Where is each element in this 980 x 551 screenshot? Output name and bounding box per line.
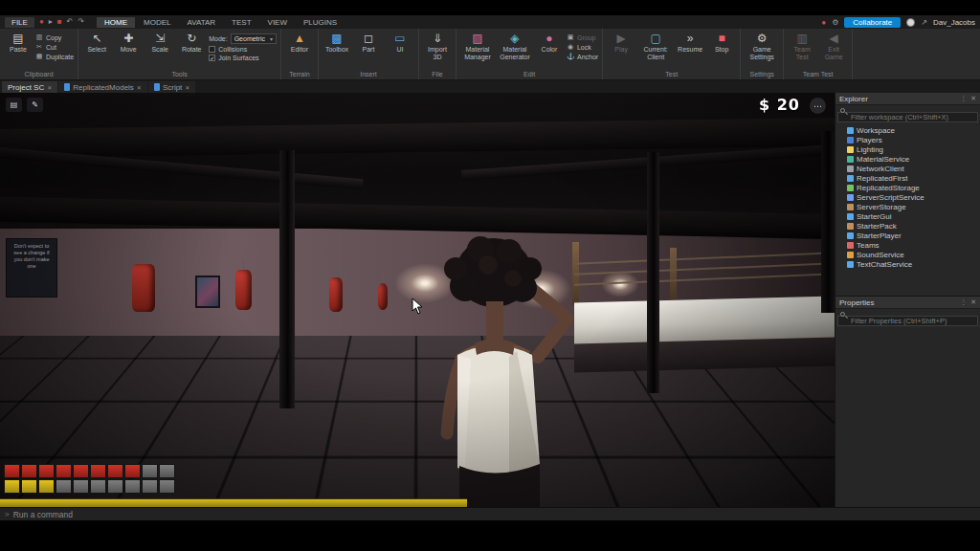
close-icon[interactable]: ✕	[185, 84, 189, 91]
terrain-editor-button[interactable]: ▲ Editor	[285, 31, 314, 54]
explorer-item-Teams[interactable]: Teams	[835, 240, 980, 250]
explorer-item-StarterGui[interactable]: StarterGui	[835, 211, 980, 221]
cut-button[interactable]: ✂ Cut	[35, 43, 74, 51]
explorer-item-StarterPlayer[interactable]: StarterPlayer	[835, 231, 980, 240]
redo-icon[interactable]: ↷	[78, 18, 84, 26]
file-menu-button[interactable]: FILE	[5, 17, 34, 28]
settings-icon[interactable]: ⚙	[832, 18, 838, 27]
hud-edit-icon[interactable]: ✎	[27, 98, 43, 112]
hud-slot[interactable]	[107, 479, 123, 494]
hud-slot[interactable]	[73, 479, 89, 494]
explorer-item-ReplicatedStorage[interactable]: ReplicatedStorage	[835, 183, 980, 192]
properties-filter-input[interactable]	[837, 316, 978, 326]
hud-slot[interactable]	[159, 479, 175, 494]
doc-tab-script[interactable]: Script ✕	[148, 81, 195, 93]
hud-slot[interactable]	[56, 464, 72, 478]
play-button[interactable]: ▶ Play	[607, 31, 635, 54]
tab-model[interactable]: MODEL	[136, 17, 178, 28]
duplicate-button[interactable]: ▦ Duplicate	[35, 53, 74, 60]
material-generator-button[interactable]: ◈ Material Generator	[498, 31, 532, 61]
anchor-button[interactable]: ⚓ Anchor	[567, 53, 598, 60]
stop-quick-icon[interactable]: ■	[57, 18, 62, 26]
alert-icon[interactable]: ●	[821, 18, 826, 27]
hud-menu-icon[interactable]: ▤	[6, 98, 22, 112]
hud-slot[interactable]	[38, 464, 55, 478]
hud-slot[interactable]	[21, 479, 37, 494]
copy-button[interactable]: ▥ Copy	[35, 33, 74, 41]
hud-slot[interactable]	[107, 464, 123, 478]
explorer-item-Players[interactable]: Players	[835, 135, 980, 144]
close-icon[interactable]: ✕	[47, 84, 52, 91]
hud-slot[interactable]	[21, 464, 37, 478]
panel-menu-icon[interactable]: ⋮	[960, 298, 967, 306]
color-button[interactable]: ● Color	[535, 31, 564, 54]
tab-avatar[interactable]: AVATAR	[179, 17, 223, 28]
hud-slot[interactable]	[124, 464, 141, 478]
collisions-checkbox-box[interactable]	[209, 46, 215, 53]
explorer-item-ServerScriptService[interactable]: ServerScriptService	[835, 192, 980, 202]
explorer-item-Workspace[interactable]: Workspace	[835, 125, 980, 135]
explorer-item-ServerStorage[interactable]: ServerStorage	[835, 202, 980, 211]
rotate-button[interactable]: ↻ Rotate	[177, 31, 206, 54]
record-icon[interactable]: ●	[39, 18, 44, 26]
panel-menu-icon[interactable]: ⋮	[960, 95, 967, 102]
join-surfaces-checkbox-box[interactable]: ✓	[209, 55, 215, 61]
close-icon[interactable]: ✕	[137, 84, 142, 91]
material-manager-button[interactable]: ▨ Material Manager	[460, 31, 495, 61]
group-button[interactable]: ▣ Group	[567, 33, 598, 41]
hud-slot[interactable]	[73, 464, 89, 478]
lock-button[interactable]: ◉ Lock	[567, 43, 598, 51]
tab-home[interactable]: HOME	[97, 17, 135, 28]
scale-button[interactable]: ⇲ Scale	[145, 31, 174, 54]
mode-dropdown[interactable]: Geometric ▾	[231, 33, 277, 44]
tab-view[interactable]: VIEW	[260, 17, 295, 28]
tab-plugins[interactable]: PLUGINS	[296, 17, 345, 28]
move-button[interactable]: ✚ Move	[114, 31, 143, 54]
current-client-button[interactable]: ▢ Current: Client	[638, 31, 673, 61]
explorer-item-StarterPack[interactable]: StarterPack	[835, 221, 980, 231]
hud-slot[interactable]	[56, 479, 72, 494]
resume-button[interactable]: » Resume	[676, 31, 704, 54]
hud-slot[interactable]	[159, 464, 175, 478]
toolbox-button[interactable]: ▩ Toolbox	[323, 31, 351, 54]
exit-game-button[interactable]: ◀ Exit Game	[819, 31, 848, 61]
doc-tab-replicatedmodels[interactable]: ReplicatedModels ✕	[58, 81, 147, 93]
import-3d-button[interactable]: ⇓ Import 3D	[423, 31, 452, 61]
explorer-item-NetworkClient[interactable]: NetworkClient	[835, 164, 980, 173]
explorer-item-SoundService[interactable]: SoundService	[835, 250, 980, 259]
tab-test[interactable]: TEST	[224, 17, 258, 28]
hud-slot[interactable]	[38, 479, 55, 494]
hud-slot[interactable]	[142, 464, 158, 478]
close-icon[interactable]: ✕	[970, 298, 976, 306]
stop-button[interactable]: ■ Stop	[707, 31, 736, 54]
hud-slot[interactable]	[4, 464, 20, 478]
doc-tab-project[interactable]: Project SC ✕	[2, 81, 57, 93]
ui-button[interactable]: ▭ UI	[386, 31, 414, 54]
command-input[interactable]	[13, 510, 975, 519]
team-test-button[interactable]: ▥ Team Test	[788, 31, 816, 61]
explorer-item-ReplicatedFirst[interactable]: ReplicatedFirst	[835, 173, 980, 183]
explorer-filter-input[interactable]	[837, 112, 978, 122]
hud-more-button[interactable]: ⋯	[810, 98, 826, 114]
undo-icon[interactable]: ↶	[67, 18, 74, 26]
hud-slot[interactable]	[4, 479, 20, 494]
collisions-checkbox[interactable]: Collisions	[209, 46, 277, 53]
close-icon[interactable]: ✕	[970, 95, 976, 102]
game-settings-button[interactable]: ⚙ Game Settings	[745, 31, 779, 61]
select-button[interactable]: ↖ Select	[82, 31, 111, 54]
paste-button[interactable]: ▤ Paste	[4, 31, 33, 54]
explorer-item-Lighting[interactable]: Lighting	[835, 144, 980, 154]
play-quick-icon[interactable]: ▸	[49, 18, 53, 26]
share-icon[interactable]: ↗	[921, 18, 927, 27]
hud-slot[interactable]	[142, 479, 158, 494]
explorer-item-TextChatService[interactable]: TextChatService	[835, 259, 980, 269]
hud-slot[interactable]	[124, 479, 141, 494]
join-surfaces-checkbox[interactable]: ✓ Join Surfaces	[209, 55, 277, 61]
part-button[interactable]: ◻ Part	[354, 31, 383, 54]
game-viewport[interactable]: Don't expect to see a change if you don'…	[0, 93, 835, 507]
hud-slot[interactable]	[90, 464, 106, 478]
explorer-item-MaterialService[interactable]: MaterialService	[835, 154, 980, 164]
user-avatar[interactable]	[906, 18, 915, 27]
collaborate-button[interactable]: Collaborate	[844, 17, 901, 28]
hud-slot[interactable]	[90, 479, 106, 494]
